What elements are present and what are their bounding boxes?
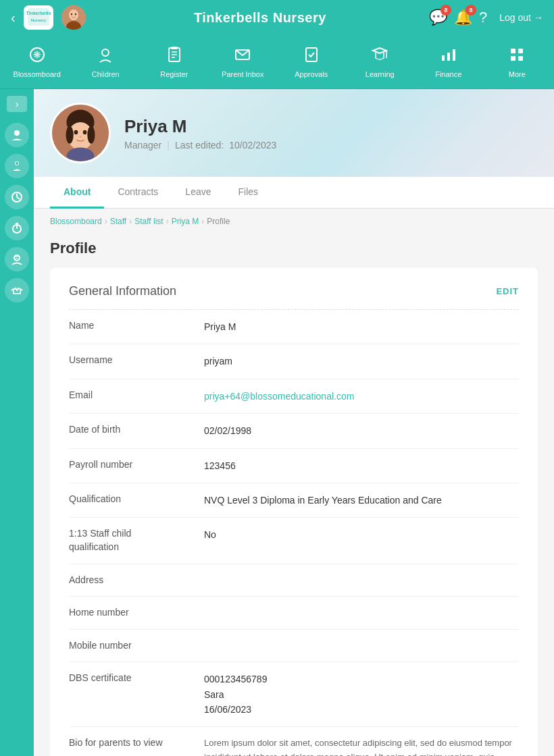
- logout-button[interactable]: Log out →: [499, 12, 543, 23]
- messages-icon-wrapper[interactable]: 💬 8: [429, 9, 447, 26]
- info-row-username: Username priyam: [69, 344, 519, 379]
- nav-register[interactable]: Register: [140, 35, 209, 88]
- breadcrumb-priya-m[interactable]: Priya M: [172, 217, 199, 226]
- label-bio: Bio for parents to view: [69, 736, 204, 750]
- nav-children[interactable]: Children: [72, 35, 141, 88]
- label-payroll: Payroll number: [69, 458, 204, 472]
- info-row-dbs: DBS certificate 000123456789Sara16/06/20…: [69, 662, 519, 727]
- logout-label: Log out: [499, 12, 531, 23]
- info-row-home-number: Home number: [69, 597, 519, 630]
- breadcrumb-blossomboard[interactable]: Blossomboard: [50, 217, 102, 226]
- logout-icon: →: [534, 12, 543, 23]
- label-staff-child-qual: 1:13 Staff childqualification: [69, 527, 204, 554]
- notifications-badge: 8: [465, 5, 476, 16]
- svg-text:❋: ❋: [33, 49, 41, 60]
- breadcrumb-staff-list[interactable]: Staff list: [134, 217, 163, 226]
- value-staff-child-qual: No: [204, 527, 519, 542]
- nav-bar: ❋ Blossomboard Children Register Parent …: [0, 35, 554, 89]
- svg-rect-22: [453, 49, 455, 61]
- nav-approvals[interactable]: Approvals: [277, 35, 346, 88]
- info-row-mobile-number: Mobile number: [69, 630, 519, 663]
- main-content: Priya M Manager | Last edited: 10/02/202…: [34, 89, 554, 756]
- breadcrumb-sep-4: ›: [201, 217, 204, 226]
- sidebar-icon-clock[interactable]: [5, 185, 29, 209]
- nav-more[interactable]: More: [483, 35, 552, 88]
- last-edited-date: 10/02/2023: [229, 140, 276, 151]
- nav-finance[interactable]: Finance: [414, 35, 483, 88]
- svg-point-42: [66, 126, 74, 144]
- help-icon[interactable]: ?: [479, 9, 487, 26]
- svg-point-46: [79, 136, 82, 138]
- sidebar-icon-handshake[interactable]: [5, 278, 29, 302]
- svg-point-27: [14, 130, 20, 136]
- user-avatar-small: [61, 5, 86, 30]
- more-icon: [508, 46, 526, 68]
- edit-button[interactable]: EDIT: [496, 286, 519, 296]
- svg-point-8: [74, 14, 76, 16]
- tab-about[interactable]: About: [50, 177, 104, 209]
- approvals-icon: [303, 46, 320, 68]
- back-button[interactable]: ‹: [11, 10, 16, 26]
- info-row-dob: Date of birth 02/02/1998: [69, 414, 519, 448]
- svg-text:Nursery: Nursery: [30, 18, 46, 22]
- svg-rect-21: [447, 53, 450, 61]
- nav-finance-label: Finance: [435, 70, 461, 78]
- value-username: priyam: [204, 354, 519, 369]
- info-row-address: Address: [69, 564, 519, 597]
- sidebar-toggle[interactable]: ›: [7, 96, 27, 112]
- messages-badge: 8: [440, 5, 451, 16]
- info-row-qualification: Qualification NVQ Level 3 Diploma in Ear…: [69, 483, 519, 518]
- blossomboard-icon: ❋: [28, 46, 46, 68]
- sidebar-icon-child[interactable]: [5, 154, 29, 178]
- svg-text:⛱: ⛱: [15, 256, 19, 260]
- label-name: Name: [69, 319, 204, 333]
- nav-parent-inbox[interactable]: Parent Inbox: [209, 35, 278, 88]
- value-bio: Lorem ipsum dolor sit amet, consectetur …: [204, 736, 519, 756]
- logo-text: Tinkerbells Nursery: [26, 7, 51, 29]
- top-actions: 💬 8 🔔 8 ? Log out →: [429, 9, 543, 26]
- card-header: General Information EDIT: [69, 284, 519, 298]
- breadcrumb-sep-1: ›: [105, 217, 107, 226]
- breadcrumb-sep-2: ›: [129, 217, 132, 226]
- value-email[interactable]: priya+64@blossomeducational.com: [204, 389, 519, 404]
- svg-rect-24: [518, 49, 523, 53]
- label-dbs: DBS certificate: [69, 672, 204, 685]
- label-dob: Date of birth: [69, 423, 204, 437]
- sidebar: › ⛱: [0, 89, 34, 756]
- label-qualification: Qualification: [69, 493, 204, 506]
- sidebar-icon-timer[interactable]: [5, 216, 29, 240]
- svg-rect-16: [171, 47, 178, 49]
- svg-rect-20: [442, 55, 445, 61]
- svg-point-45: [83, 130, 87, 135]
- card-title: General Information: [69, 284, 176, 298]
- nav-approvals-label: Approvals: [295, 70, 328, 78]
- tab-contracts[interactable]: Contracts: [104, 177, 172, 209]
- label-address: Address: [69, 574, 204, 587]
- nav-parent-inbox-label: Parent Inbox: [222, 70, 263, 78]
- profile-role: Manager: [124, 140, 161, 151]
- sidebar-icon-leave[interactable]: ⛱: [5, 247, 29, 271]
- svg-point-44: [74, 130, 78, 135]
- svg-text:Tinkerbells: Tinkerbells: [26, 11, 51, 16]
- profile-name: Priya M: [124, 116, 276, 137]
- value-name: Priya M: [204, 319, 519, 334]
- profile-avatar: [50, 103, 111, 163]
- children-icon: [97, 46, 114, 68]
- register-icon: [166, 46, 183, 68]
- nav-learning[interactable]: Learning: [346, 35, 415, 88]
- tab-files[interactable]: Files: [225, 177, 272, 209]
- label-email: Email: [69, 389, 204, 402]
- info-row-name: Name Priya M: [69, 310, 519, 344]
- breadcrumb-staff[interactable]: Staff: [110, 217, 126, 226]
- nav-children-label: Children: [92, 70, 120, 78]
- page-title: Profile: [34, 234, 554, 268]
- svg-point-29: [16, 162, 18, 165]
- profile-tabs: About Contracts Leave Files: [34, 177, 554, 209]
- sidebar-icon-profile[interactable]: [5, 123, 29, 147]
- info-row-payroll: Payroll number 123456: [69, 449, 519, 483]
- info-row-staff-child-qual: 1:13 Staff childqualification No: [69, 518, 519, 564]
- nav-blossomboard[interactable]: ❋ Blossomboard: [3, 35, 72, 88]
- app-title: Tinkerbells Nursery: [91, 10, 429, 26]
- tab-leave[interactable]: Leave: [172, 177, 224, 209]
- notifications-icon-wrapper[interactable]: 🔔 8: [454, 9, 472, 26]
